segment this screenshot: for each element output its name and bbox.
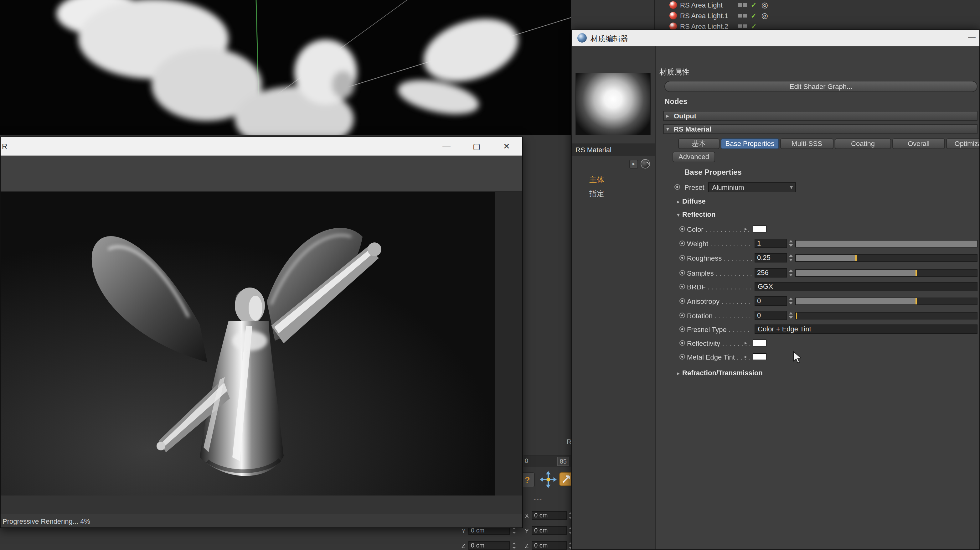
output-node-header[interactable]: ▸ Output bbox=[663, 111, 977, 121]
placeholder-dashes: --- bbox=[533, 495, 542, 502]
connection-dot-icon[interactable] bbox=[679, 255, 685, 261]
prop-row-brdf: BRDF GGX bbox=[655, 282, 980, 292]
object-name[interactable]: RS Area Light bbox=[680, 0, 722, 11]
render-canvas[interactable] bbox=[1, 192, 495, 496]
connection-dot-icon[interactable] bbox=[679, 354, 685, 360]
prop-row-reflectivity: Reflectivity ▸ bbox=[655, 338, 980, 348]
node-preview-icon[interactable] bbox=[641, 159, 650, 169]
material-editor-titlebar[interactable]: 材质编辑器 — bbox=[572, 30, 979, 46]
slider-handle[interactable] bbox=[915, 298, 916, 304]
timeline-end[interactable]: 85 bbox=[557, 457, 569, 466]
render-view-titlebar[interactable]: R — ▢ ✕ bbox=[1, 137, 522, 156]
brdf-select[interactable]: GGX bbox=[754, 282, 977, 291]
slider-handle[interactable] bbox=[915, 270, 916, 276]
minimize-button[interactable]: — bbox=[968, 33, 975, 41]
tab-overall[interactable]: Overall bbox=[892, 139, 945, 149]
target-icon[interactable]: ◎ bbox=[762, 11, 768, 21]
connection-dot-icon[interactable] bbox=[679, 284, 685, 289]
tab-basic[interactable]: 基本 bbox=[678, 139, 719, 149]
group-diffuse[interactable]: ▸Diffuse bbox=[677, 197, 706, 205]
timeline-ruler[interactable]: 0 85 bbox=[523, 455, 573, 467]
connection-dot-icon[interactable] bbox=[679, 270, 685, 276]
connection-dot-icon[interactable] bbox=[675, 184, 680, 190]
object-name[interactable]: RS Area Light.1 bbox=[680, 11, 728, 21]
tab-multi-sss[interactable]: Multi-SSS bbox=[780, 139, 834, 149]
canvas-margin bbox=[495, 192, 523, 496]
material-editor-window: 材质编辑器 — RS Material ▸ 主体 指定 材质属性 Edit Sh… bbox=[571, 29, 980, 550]
coord-input[interactable]: 0 cm bbox=[468, 541, 510, 550]
enabled-check-icon[interactable]: ✓ bbox=[751, 0, 756, 11]
roughness-input[interactable]: 0.25 bbox=[754, 253, 787, 263]
render-visibility-dot[interactable] bbox=[743, 14, 747, 18]
preset-label: Preset bbox=[684, 182, 705, 192]
render-visibility-dot[interactable] bbox=[743, 3, 747, 7]
material-preview[interactable] bbox=[576, 73, 651, 135]
preset-dropdown[interactable]: Aluminium ▾ bbox=[708, 182, 796, 192]
coord-input[interactable]: 0 cm bbox=[531, 526, 567, 535]
coord-input[interactable]: 0 cm bbox=[531, 511, 567, 520]
connection-dot-icon[interactable] bbox=[679, 241, 685, 246]
rotation-slider[interactable] bbox=[795, 312, 977, 319]
connection-dot-icon[interactable] bbox=[679, 298, 685, 304]
close-button[interactable]: ✕ bbox=[493, 137, 520, 156]
object-row[interactable]: RS Area Light ✓ ◎ bbox=[655, 0, 980, 11]
slider-handle[interactable] bbox=[856, 255, 857, 261]
stepper-icon[interactable] bbox=[788, 253, 793, 263]
editor-visibility-dot[interactable] bbox=[738, 3, 742, 7]
rotation-input[interactable]: 0 bbox=[754, 311, 787, 320]
coord-input[interactable]: 0 cm bbox=[531, 541, 567, 550]
connection-dot-icon[interactable] bbox=[679, 226, 685, 232]
tab-base-properties[interactable]: Base Properties bbox=[721, 139, 779, 149]
color-swatch[interactable] bbox=[752, 225, 767, 233]
enabled-check-icon[interactable]: ✓ bbox=[751, 11, 756, 21]
target-icon[interactable]: ◎ bbox=[762, 0, 768, 11]
move-tool-icon[interactable] bbox=[540, 471, 557, 488]
app-root: R — ▢ ✕ ✳ Beauty ▾ 100 % bbox=[0, 0, 980, 550]
channel-assign[interactable]: 指定 bbox=[589, 188, 604, 199]
connection-dot-icon[interactable] bbox=[679, 326, 685, 332]
expand-arrow-icon[interactable]: ▸ bbox=[745, 338, 747, 348]
3d-viewport[interactable] bbox=[0, 0, 571, 135]
metal-edge-tint-swatch[interactable] bbox=[752, 353, 767, 360]
minimize-button[interactable]: — bbox=[433, 137, 460, 156]
channel-main[interactable]: 主体 bbox=[589, 175, 604, 185]
expand-arrow-icon[interactable]: ▸ bbox=[745, 224, 747, 234]
collapsed-arrow-icon: ▸ bbox=[677, 199, 680, 205]
tab-optimization[interactable]: Optimiza bbox=[946, 139, 980, 149]
material-name: RS Material bbox=[576, 146, 611, 153]
rendered-statue-image bbox=[1, 192, 495, 496]
stepper-icon[interactable] bbox=[788, 296, 793, 306]
samples-slider[interactable] bbox=[795, 269, 977, 277]
stepper-icon[interactable] bbox=[788, 311, 793, 320]
expand-arrow-button[interactable]: ▸ bbox=[629, 160, 638, 169]
fresnel-type-select[interactable]: Color + Edge Tint bbox=[754, 325, 977, 334]
reflectivity-swatch[interactable] bbox=[752, 340, 767, 346]
connection-dot-icon[interactable] bbox=[679, 312, 685, 318]
edit-shader-graph-button[interactable]: Edit Shader Graph... bbox=[664, 81, 977, 92]
material-name-row[interactable]: RS Material bbox=[572, 143, 655, 156]
group-reflection[interactable]: ▾Reflection bbox=[677, 210, 716, 218]
tab-coating[interactable]: Coating bbox=[835, 139, 891, 149]
anisotropy-slider[interactable] bbox=[795, 298, 977, 305]
weight-slider[interactable] bbox=[795, 240, 977, 247]
area-light-icon bbox=[670, 12, 677, 19]
editor-visibility-dot[interactable] bbox=[738, 14, 742, 18]
render-visibility-dot[interactable] bbox=[743, 24, 747, 28]
stepper-icon[interactable] bbox=[788, 268, 793, 277]
connection-dot-icon[interactable] bbox=[679, 340, 685, 346]
weight-input[interactable]: 1 bbox=[754, 239, 787, 248]
expand-arrow-icon[interactable]: ▸ bbox=[745, 352, 747, 362]
rs-material-node-header[interactable]: ▾ RS Material bbox=[663, 124, 977, 134]
roughness-slider[interactable] bbox=[795, 254, 977, 262]
group-refraction[interactable]: ▸Refraction/Transmission bbox=[677, 369, 763, 376]
stepper-icon[interactable] bbox=[512, 541, 517, 550]
tab-advanced[interactable]: Advanced bbox=[673, 151, 715, 162]
slider-handle[interactable] bbox=[796, 312, 797, 319]
maximize-button[interactable]: ▢ bbox=[463, 137, 490, 156]
anisotropy-input[interactable]: 0 bbox=[754, 296, 787, 306]
stepper-icon[interactable] bbox=[788, 239, 793, 248]
samples-input[interactable]: 256 bbox=[754, 268, 787, 277]
preset-value: Aluminium bbox=[712, 183, 744, 191]
editor-visibility-dot[interactable] bbox=[738, 24, 742, 28]
object-row[interactable]: RS Area Light.1 ✓ ◎ bbox=[655, 11, 980, 21]
